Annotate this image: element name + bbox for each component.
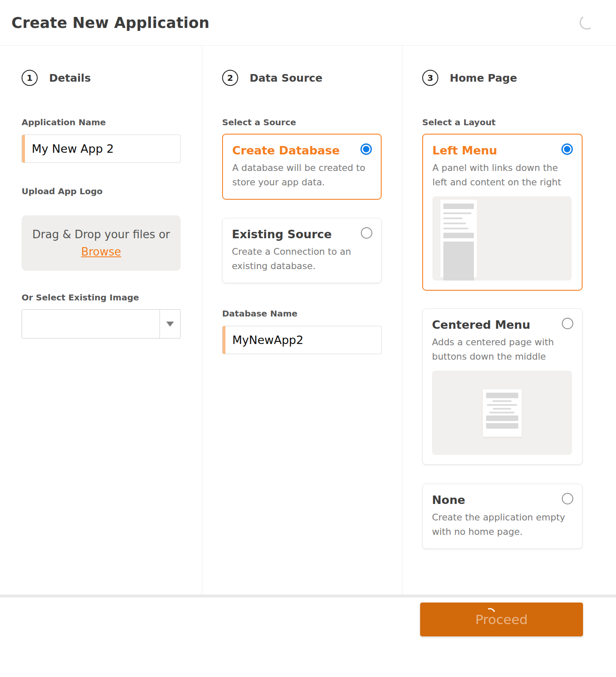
- preview-center-panel: [483, 389, 522, 437]
- option-title: Left Menu: [432, 143, 572, 158]
- application-name-label: Application Name: [22, 117, 181, 127]
- footer: Proceed: [0, 597, 616, 677]
- create-application-page: Create New Application 1 Details Applica…: [0, 0, 616, 677]
- existing-image-label: Or Select Existing Image: [22, 292, 181, 303]
- option-card-create-database[interactable]: Create Database A database will be creat…: [222, 134, 382, 200]
- data-source-column: 2 Data Source Select a Source Create Dat…: [202, 46, 402, 594]
- radio-create-database[interactable]: [360, 143, 372, 155]
- home-page-column: 3 Home Page Select a Layout Left Menu A …: [402, 46, 616, 594]
- browse-link[interactable]: Browse: [81, 243, 121, 260]
- details-column: 1 Details Application Name Upload App Lo…: [0, 46, 202, 594]
- step-data-source: 2 Data Source: [222, 70, 382, 86]
- radio-left-menu[interactable]: [561, 143, 573, 155]
- input-accent-bar: [22, 135, 25, 162]
- step-number-badge: 2: [222, 70, 238, 86]
- chevron-down-icon: [166, 322, 174, 327]
- preview-left-panel: [440, 200, 477, 277]
- step-details: 1 Details: [22, 70, 181, 86]
- centered-menu-layout-preview: [432, 371, 572, 455]
- left-menu-layout-preview: [432, 196, 572, 281]
- option-card-existing-source[interactable]: Existing Source Create a Connection to a…: [222, 218, 382, 283]
- step-number-badge: 3: [422, 70, 438, 86]
- option-description: Create a Connection to an existing datab…: [232, 245, 371, 273]
- database-name-label: Database Name: [222, 308, 382, 319]
- database-name-input-wrap: [222, 326, 382, 354]
- page-title: Create New Application: [11, 14, 209, 31]
- radio-centered-menu[interactable]: [562, 318, 573, 329]
- option-description: Adds a centered page with buttons down t…: [432, 335, 572, 364]
- option-description: A database will be created to store your…: [232, 161, 371, 190]
- select-layout-label: Select a Layout: [422, 117, 583, 127]
- step-title: Data Source: [250, 72, 322, 84]
- logo-dropzone[interactable]: Drag & Drop your files or Browse: [22, 215, 181, 271]
- page-header: Create New Application: [0, 0, 616, 46]
- loading-spinner-icon: [578, 14, 595, 30]
- proceed-button[interactable]: Proceed: [420, 603, 583, 636]
- footer-divider: [0, 594, 616, 597]
- radio-existing-source[interactable]: [361, 227, 372, 239]
- input-accent-bar: [223, 326, 226, 354]
- option-title: None: [432, 493, 572, 507]
- option-description: A panel with links down the left and con…: [432, 161, 572, 190]
- select-arrow-zone[interactable]: [160, 310, 180, 338]
- option-card-centered-menu[interactable]: Centered Menu Adds a centered page with …: [422, 308, 583, 465]
- proceed-button-label: Proceed: [475, 612, 528, 627]
- option-card-none[interactable]: None Create the application empty with n…: [422, 484, 583, 549]
- dropzone-text: Drag & Drop your files or: [32, 226, 170, 243]
- option-description: Create the application empty with no hom…: [432, 510, 572, 539]
- database-name-input[interactable]: [226, 326, 381, 354]
- step-title: Home Page: [450, 72, 517, 84]
- select-source-label: Select a Source: [222, 117, 382, 127]
- step-title: Details: [49, 72, 91, 84]
- existing-image-select-value: [22, 310, 160, 338]
- option-card-left-menu[interactable]: Left Menu A panel with links down the le…: [422, 134, 583, 291]
- step-number-badge: 1: [22, 70, 38, 86]
- application-name-input[interactable]: [25, 135, 180, 162]
- radio-none[interactable]: [562, 493, 573, 504]
- upload-logo-label: Upload App Logo: [22, 186, 181, 196]
- option-title: Centered Menu: [432, 317, 572, 332]
- option-title: Existing Source: [232, 227, 371, 242]
- application-name-input-wrap: [22, 135, 181, 163]
- step-home-page: 3 Home Page: [422, 70, 583, 86]
- existing-image-select[interactable]: [22, 309, 181, 338]
- option-title: Create Database: [232, 143, 371, 158]
- wizard-columns: 1 Details Application Name Upload App Lo…: [0, 46, 616, 594]
